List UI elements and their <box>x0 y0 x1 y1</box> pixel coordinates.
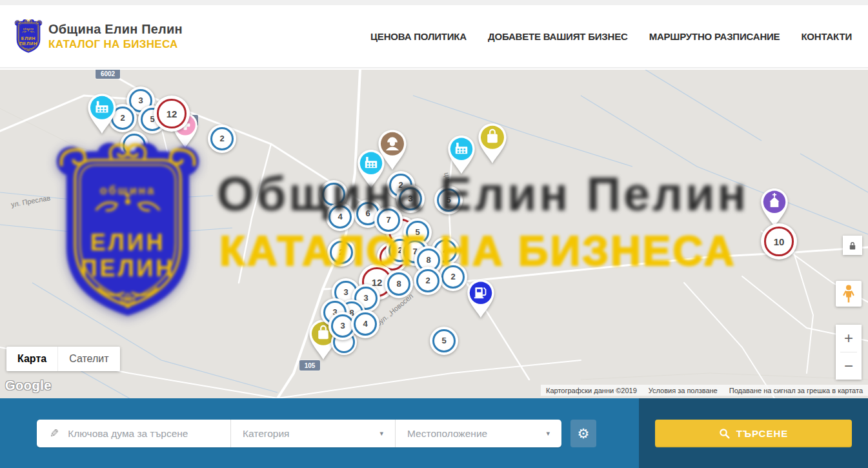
top-strip <box>0 0 868 5</box>
map-pin-church[interactable] <box>758 186 791 229</box>
nav-contacts[interactable]: КОНТАКТИ <box>801 31 852 42</box>
map-cluster[interactable]: 4 <box>351 310 379 338</box>
search-icon <box>719 428 730 439</box>
road-badge: 105 <box>299 360 320 371</box>
map-cluster[interactable]: 2 <box>327 238 356 267</box>
satellite-view-button[interactable]: Сателит <box>57 347 119 371</box>
map-data-copyright: Картографски данни ©2019 <box>546 387 637 394</box>
report-map-error-link[interactable]: Подаване на сигнал за грешка в картата <box>729 387 863 394</box>
search-panel: ТЪРСЕНЕ <box>639 398 868 468</box>
nav-pricing-policy[interactable]: ЦЕНОВА ПОЛИТИКА <box>370 31 467 42</box>
map-attribution: Картографски данни ©2019 Условия за полз… <box>541 385 868 396</box>
brand-logo[interactable]: община ЕЛИН ПЕЛИН Община Елин Пелин КАТА… <box>14 19 183 54</box>
map-canvas[interactable]: ул. Преславбул. „Новоселци6002105 325122… <box>0 70 868 398</box>
pegman-button[interactable] <box>836 281 862 307</box>
page: община ЕЛИН ПЕЛИН Община Елин Пелин КАТА… <box>0 0 868 468</box>
map-cluster[interactable]: 7 <box>374 206 403 234</box>
map-pin-factory[interactable] <box>355 147 388 190</box>
nav-route-schedule[interactable]: МАРШРУТНО РАЗПИСАНИЕ <box>649 31 780 42</box>
keyword-input[interactable] <box>66 427 230 440</box>
main-nav: ЦЕНОВА ПОЛИТИКА ДОБАВЕТЕ ВАШИЯТ БИЗНЕС М… <box>370 31 852 42</box>
map-type-control: Карта Сателит <box>6 347 120 371</box>
nav-add-business[interactable]: ДОБАВЕТЕ ВАШИЯТ БИЗНЕС <box>488 31 628 42</box>
chevron-down-icon: ▾ <box>379 429 383 438</box>
map-cluster[interactable]: 2 <box>208 125 236 153</box>
google-logo[interactable]: Google <box>5 378 52 393</box>
map-cluster[interactable]: 10 <box>761 223 797 259</box>
zoom-in-button[interactable]: + <box>836 325 862 352</box>
header: община ЕЛИН ПЕЛИН Община Елин Пелин КАТА… <box>0 5 868 68</box>
zoom-control: + − <box>836 325 862 380</box>
pencil-icon: ✎ <box>50 427 59 440</box>
category-placeholder: Категория <box>243 428 289 440</box>
map-pin-bag[interactable] <box>476 121 510 165</box>
zoom-out-button[interactable]: − <box>836 352 862 380</box>
map-cluster[interactable]: 8 <box>385 270 413 298</box>
svg-text:ЕЛИН: ЕЛИН <box>21 36 35 41</box>
search-button[interactable]: ТЪРСЕНЕ <box>655 420 852 447</box>
lock-button[interactable] <box>843 236 862 255</box>
chevron-down-icon: ▾ <box>546 429 550 438</box>
map-pin-fuel[interactable] <box>465 277 498 320</box>
category-select[interactable]: Категория ▾ <box>231 420 395 447</box>
pegman-icon <box>842 284 856 303</box>
map-cluster[interactable]: 12 <box>154 96 190 132</box>
municipality-crest-icon: община ЕЛИН ПЕЛИН <box>14 19 43 54</box>
brand-title: Община Елин Пелин <box>48 22 183 37</box>
location-select[interactable]: Местоположение ▾ <box>396 420 561 447</box>
road-badge: 6002 <box>96 70 120 79</box>
gear-icon: ⚙ <box>578 426 590 442</box>
search-button-label: ТЪРСЕНЕ <box>736 428 789 439</box>
brand-subtitle: КАТАЛОГ НА БИЗНЕСА <box>48 38 183 51</box>
map-cluster[interactable]: 4 <box>326 203 354 231</box>
search-fields: ✎ Категория ▾ Местоположение ▾ <box>37 420 561 447</box>
lock-icon <box>848 241 857 250</box>
terms-of-use-link[interactable]: Условия за ползване <box>649 387 718 394</box>
map-view-button[interactable]: Карта <box>6 347 57 371</box>
svg-text:ПЕЛИН: ПЕЛИН <box>19 41 37 46</box>
search-bar: ✎ Категория ▾ Местоположение ▾ ⚙ <box>0 398 868 468</box>
map-cluster[interactable] <box>120 131 148 159</box>
keyword-field: ✎ <box>37 420 230 447</box>
map-pin-factory[interactable] <box>85 91 119 135</box>
settings-button[interactable]: ⚙ <box>570 420 596 447</box>
map-cluster[interactable]: 5 <box>430 327 458 355</box>
map-cluster[interactable]: 3 <box>396 185 425 213</box>
location-placeholder: Местоположение <box>407 428 487 440</box>
map-cluster[interactable]: 2 <box>414 267 442 295</box>
map-pin-factory[interactable] <box>445 133 478 176</box>
map-cluster[interactable]: 5 <box>434 186 463 214</box>
map-cluster[interactable]: 2 <box>439 263 467 291</box>
